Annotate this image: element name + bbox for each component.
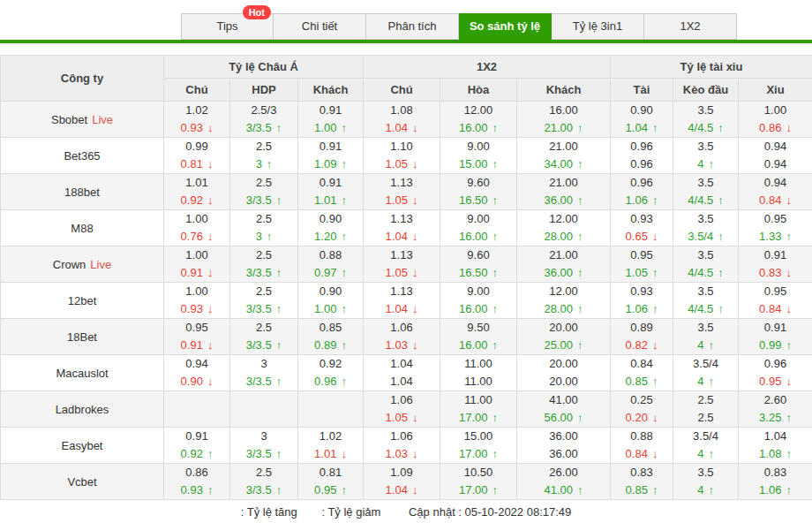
odds-cell: 0.911.09↑ [298,138,364,174]
up-arrow-icon: ↑ [577,338,583,352]
up-arrow-icon: ↑ [341,157,347,171]
tab-tips[interactable]: Tips Hot [181,13,274,40]
down-arrow-icon: ↓ [207,193,214,207]
down-arrow-icon: ↓ [207,157,214,171]
tab-ty-le-3in1[interactable]: Tỷ lệ 3in1 [552,13,644,40]
column-header-goal-line: Kèo đầu [673,79,739,102]
odds-cell: 1.021.01↓ [298,428,364,464]
down-arrow-icon: ↓ [207,266,214,279]
down-arrow-icon: ↓ [412,157,418,171]
column-header-away-1x2: Khách [517,79,611,102]
odds-cell: 0.911.01↑ [298,174,364,210]
tab-bar: Tips Hot Chi tiết Phân tích So sánh tỷ l… [0,0,812,40]
group-header-asian-odds: Tỷ lệ Châu Á [164,56,364,79]
odds-cell: 0.901.04↑ [611,102,673,138]
down-arrow-icon: ↓ [786,266,792,279]
odds-cell: 0.940.94 [739,138,812,174]
up-arrow-icon: ↑ [652,121,658,134]
table-row: Macauslot0.940.90↓33/3.5↑0.920.96↑1.041.… [1,355,812,391]
group-header-over-under: Tỷ lệ tài xiu [611,56,812,79]
column-header-under: Xiu [739,79,812,102]
odds-cell: 10.5017.00↑ [440,464,517,500]
up-arrow-icon: ↑ [276,302,282,315]
up-arrow-icon: ↑ [577,411,583,424]
odds-cell: 1.131.04↓ [364,210,440,246]
company-cell: Vcbet [1,464,164,500]
odds-cell: 1.131.05↓ [364,174,440,210]
up-arrow-icon: ↑ [207,483,214,496]
odds-cell: 2.53↑ [230,138,298,174]
column-header-away-ah: Khách [298,79,364,102]
up-arrow-icon: ↑ [276,483,282,496]
table-row: 18Bet0.950.91↓2.53/3.5↑0.850.89↑1.061.03… [1,319,812,355]
up-arrow-icon: ↑ [577,302,583,315]
up-arrow-icon: ↑ [276,193,282,207]
odds-cell: 0.901.00↑ [298,283,364,319]
odds-cell: 0.990.81↓ [164,138,230,174]
down-arrow-icon: ↓ [207,375,214,388]
tab-phan-tich[interactable]: Phân tích [366,13,459,40]
tab-1x2[interactable]: 1X2 [644,13,737,40]
up-arrow-icon: ↑ [577,266,583,279]
up-arrow-icon: ↑ [492,230,499,243]
odds-cell: 1.000.76↓ [164,210,230,246]
odds-cell: 3.5/44↑ [673,355,739,391]
odds-cell: 0.940.90↓ [164,355,230,391]
table-row: CrownLive1.000.91↓2.53/3.5↑0.880.97↑1.13… [1,246,812,283]
odds-cell: 0.910.99↑ [739,319,812,355]
column-header-company: Công ty [1,56,164,102]
up-arrow-icon: ↑ [652,266,658,279]
up-arrow-icon: ↑ [492,483,499,496]
down-arrow-icon: ↓ [207,121,214,134]
up-arrow-icon: ↑ [207,447,214,460]
odds-cell: 9.5016.00↑ [440,319,517,355]
column-header-draw: Hòa [440,79,517,102]
table-row: M881.000.76↓2.53↑0.901.20↑1.131.04↓9.001… [1,210,812,246]
up-arrow-icon: ↑ [276,447,282,460]
company-name: Bet365 [64,149,100,163]
table-row: SbobetLive1.020.93↓ 2.5/33/3.5↑ 0.911.00… [1,102,812,138]
table-row: Bet3650.990.81↓2.53↑0.911.09↑1.101.05↓9.… [1,138,812,174]
odds-cell: 0.860.93↑ [164,464,230,500]
up-arrow-icon: ↑ [786,338,792,352]
odds-cell: 3.54/4.5↑ [673,246,739,283]
odds-cell [164,391,230,428]
odds-cell: 1.131.05↓ [364,246,440,283]
up-arrow-icon: ↑ [341,230,347,243]
odds-cell: 1.020.93↓ [164,102,230,138]
down-arrow-icon: ↓ [412,230,418,243]
company-name: M88 [71,222,93,235]
company-cell: 18Bet [1,319,164,355]
odds-cell: 36.0036.00 [517,428,611,464]
odds-cell: 9.6016.50↑ [440,174,517,210]
company-name: 18Bet [67,330,97,344]
odds-cell: 0.940.84↓ [739,174,812,210]
up-arrow-icon: ↑ [652,483,658,496]
up-arrow-icon: ↑ [577,230,583,243]
odds-cell: 2.53/3.5↑ [230,246,298,283]
odds-cell: 0.910.92↑ [164,428,230,464]
up-arrow-icon: ↑ [718,266,724,279]
odds-cell: 1.091.04↓ [364,464,440,500]
table-row: Vcbet0.860.93↑2.53/3.5↑0.810.95↑1.091.04… [1,464,812,500]
company-name: Crown [53,258,86,271]
odds-cell: 2.53/3.5↑ [230,283,298,319]
table-header: Công ty Tỷ lệ Châu Á 1X2 Tỷ lệ tài xiu C… [1,56,812,102]
company-cell: Easybet [1,428,164,464]
tab-chi-tiet[interactable]: Chi tiết [274,13,366,40]
odds-cell [298,391,364,428]
down-arrow-icon: ↓ [412,447,418,460]
company-cell: 188bet [1,174,164,210]
odds-cell: 16.0021.00↑ [517,102,611,138]
up-arrow-icon: ↑ [718,302,724,315]
down-arrow-icon: ↓ [207,338,214,352]
odds-cell: 20.0020.00 [517,355,611,391]
up-arrow-icon: ↑ [577,193,583,207]
column-header-over: Tài [611,79,673,102]
odds-cell: 20.0025.00↑ [517,319,611,355]
odds-cell: 0.250.20↓ [611,391,673,428]
odds-cell: 0.831.06↑ [739,464,812,500]
up-arrow-icon: ↑ [492,411,499,424]
down-arrow-icon: ↓ [412,193,418,207]
tab-so-sanh-ty-le[interactable]: So sánh tỷ lệ [459,13,552,40]
